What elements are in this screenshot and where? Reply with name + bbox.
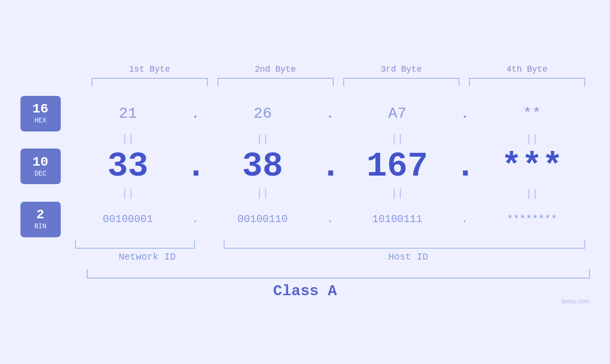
dec-val-1: 33 xyxy=(70,147,186,186)
bottom-bracket-area xyxy=(70,240,590,249)
network-bracket-wrapper xyxy=(70,240,200,249)
top-brackets xyxy=(87,78,590,86)
overall-bracket xyxy=(87,269,590,279)
hex-values: 21 . 26 . A7 . ** xyxy=(70,105,590,122)
bin-dot-1: . xyxy=(186,214,205,225)
dec-val-2: 38 xyxy=(205,147,320,186)
hex-val-4: ** xyxy=(474,105,590,122)
class-label: Class A xyxy=(273,282,337,300)
watermark: ipshu.com xyxy=(562,298,590,305)
hex-dot-3: . xyxy=(455,105,474,122)
bin-dot-3: . xyxy=(455,214,474,225)
dec-dot-2: . xyxy=(320,147,339,186)
host-bracket-wrapper xyxy=(219,240,590,249)
hex-row: 16 HEX 21 . 26 . A7 . ** xyxy=(20,96,590,131)
id-labels-row: Network ID Host ID xyxy=(87,252,590,262)
dec-dot-3: . xyxy=(455,147,474,186)
byte-header-1: 1st Byte xyxy=(87,65,213,74)
bin-val-2: 00100110 xyxy=(205,214,320,225)
top-bracket-2 xyxy=(213,78,338,86)
hex-val-3: A7 xyxy=(339,105,455,122)
network-id-label: Network ID xyxy=(87,252,208,262)
byte-header-3: 3rd Byte xyxy=(338,65,464,74)
bin-values: 00100001 . 00100110 . 10100111 . *******… xyxy=(70,214,590,225)
network-bracket xyxy=(75,240,196,249)
bin-row: 2 BIN 00100001 . 00100110 . 10100111 . *… xyxy=(20,202,590,237)
top-bracket-4 xyxy=(464,78,590,86)
byte-header-4: 4th Byte xyxy=(464,65,590,74)
dec-val-3: 167 xyxy=(339,147,455,186)
host-id-label: Host ID xyxy=(227,252,590,262)
dec-dot-1: . xyxy=(186,147,205,186)
host-bracket xyxy=(224,240,585,249)
bin-badge: 2 BIN xyxy=(20,202,61,237)
dec-values: 33 . 38 . 167 . *** xyxy=(70,147,590,186)
class-row: Class A ipshu.com xyxy=(20,282,590,300)
main-container: 1st Byte 2nd Byte 3rd Byte 4th Byte 16 H… xyxy=(20,65,590,300)
hex-val-2: 26 xyxy=(205,105,320,122)
dec-val-4: *** xyxy=(474,147,590,186)
dec-row: 10 DEC 33 . 38 . 167 . *** xyxy=(20,147,590,186)
equals-row-2: || || || || xyxy=(70,186,590,202)
bin-val-3: 10100111 xyxy=(339,214,455,225)
byte-header-2: 2nd Byte xyxy=(213,65,338,74)
bin-val-4: ******** xyxy=(474,214,590,225)
byte-headers-row: 1st Byte 2nd Byte 3rd Byte 4th Byte xyxy=(87,65,590,74)
hex-badge: 16 HEX xyxy=(20,96,61,131)
top-bracket-1 xyxy=(87,78,213,86)
dec-badge: 10 DEC xyxy=(20,149,61,184)
bin-dot-2: . xyxy=(320,214,339,225)
equals-row-1: || || || || xyxy=(70,131,590,147)
hex-dot-2: . xyxy=(320,105,339,122)
hex-dot-1: . xyxy=(186,105,205,122)
top-bracket-3 xyxy=(338,78,464,86)
bin-val-1: 00100001 xyxy=(70,214,186,225)
hex-val-1: 21 xyxy=(70,105,186,122)
